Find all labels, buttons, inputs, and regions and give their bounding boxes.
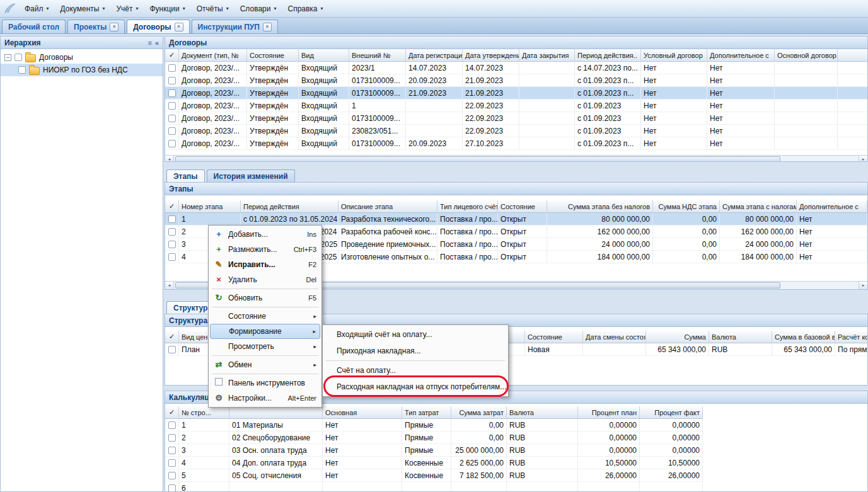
column-header[interactable]: Процент план (578, 406, 640, 419)
table-row[interactable]: Договор, 2023/...УтверждёнВходящий122.09… (165, 100, 867, 112)
column-header[interactable]: Внешний № (349, 49, 406, 62)
menu-item-delete[interactable]: ×УдалитьDel (210, 272, 320, 287)
column-header[interactable]: № стро... (179, 406, 229, 419)
menu-item-duplicate[interactable]: +Размножить...Ctrl+F3 (210, 242, 320, 257)
row-checkbox[interactable] (168, 115, 176, 122)
row-checkbox[interactable] (168, 215, 176, 223)
table-row[interactable]: 303 Осн. оплата трудаНетПрямые25 000 000… (165, 444, 703, 457)
column-header[interactable]: Сумма НДС этапа (653, 200, 720, 213)
row-checkbox[interactable] (168, 102, 176, 110)
row-checkbox[interactable] (168, 64, 176, 72)
column-header[interactable]: Дата утверждения (463, 49, 519, 62)
collapse-node-icon[interactable]: − (4, 54, 11, 61)
column-header[interactable]: Дата закрытия (519, 49, 575, 62)
row-checkbox[interactable] (168, 484, 176, 491)
row-checkbox[interactable] (168, 127, 176, 135)
column-header[interactable] (229, 406, 323, 419)
column-header[interactable]: Тип лицевого счёт (437, 200, 498, 213)
row-checkbox[interactable] (168, 89, 176, 97)
menu-item-settings[interactable]: ⚙Настройки...Alt+Enter (210, 391, 320, 406)
menu-help[interactable]: Справка▾ (282, 0, 328, 17)
menu-dictionaries[interactable]: Словари▾ (234, 0, 282, 17)
tree-item-niokr[interactable]: НИОКР по ГОЗ без НДС (1, 64, 163, 76)
submenu-item-invoice[interactable]: Счёт на оплату... (324, 362, 507, 379)
row-checkbox[interactable] (168, 459, 176, 467)
row-checkbox[interactable] (168, 346, 176, 353)
column-header[interactable]: Описание этапа (339, 200, 437, 213)
table-row[interactable]: 202 СпецоборудованиеНетПрямые0,00RUB0,00… (165, 432, 703, 444)
tab-projects[interactable]: Проекты× (67, 20, 125, 33)
menu-documents[interactable]: Документы▾ (55, 0, 111, 17)
column-header[interactable]: Документ (тип, № (179, 49, 247, 62)
tab-stages[interactable]: Этапы (166, 169, 205, 182)
column-header[interactable]: Период действия (241, 200, 339, 213)
table-row[interactable]: Договор, 2023/...УтверждёнВходящий017310… (165, 87, 867, 100)
column-header[interactable]: Состояние (498, 200, 547, 213)
column-header[interactable]: Дополнительное с (707, 49, 775, 62)
column-header[interactable]: Тип затрат (402, 406, 451, 419)
select-all-header[interactable]: ✓ (165, 200, 179, 213)
view-mode-icon[interactable]: ≡ (148, 39, 151, 47)
row-checkbox[interactable] (168, 77, 176, 84)
table-row[interactable]: Договор, 2023/...УтверждёнВходящий017310… (165, 137, 867, 150)
menu-item-generate[interactable]: Формирование▸ (210, 324, 320, 339)
column-header[interactable]: Основной договор (775, 49, 838, 62)
menu-item-refresh[interactable]: ↻ОбновитьF5 (210, 290, 320, 306)
table-row[interactable]: Договор, 2023/...УтверждёнВходящий230823… (165, 125, 867, 137)
menu-file[interactable]: Файл▾ (19, 0, 55, 17)
menu-item-state[interactable]: Состояние▸ (210, 309, 320, 324)
table-row[interactable]: Договор, 2023/...УтверждёнВходящий2023/1… (165, 62, 867, 74)
collapse-panel-icon[interactable]: « (155, 39, 159, 47)
column-header[interactable]: Дата регистрации (406, 49, 463, 62)
column-header[interactable]: Сумма этапа с налогами (720, 200, 797, 213)
submenu-item-receipt-note[interactable]: Приходная накладная... (324, 343, 507, 359)
menu-item-view[interactable]: Просмотреть▸ (210, 339, 320, 354)
column-header[interactable]: Вид (299, 49, 349, 62)
checkbox[interactable] (14, 54, 22, 61)
column-header[interactable]: Процент факт (640, 406, 703, 419)
column-header[interactable]: Состояние (247, 49, 299, 62)
row-checkbox[interactable] (168, 472, 176, 479)
menu-item-exchange[interactable]: ⇄Обмен▸ (210, 357, 320, 372)
table-row[interactable]: 505 Соц. отчисленияНетКосвенные7 182 500… (165, 469, 703, 482)
column-header[interactable]: Сумма затрат (451, 406, 507, 419)
select-all-header[interactable]: ✓ (165, 331, 179, 343)
tab-instructions[interactable]: Инструкции ПУП× (192, 20, 278, 33)
column-header[interactable]: Валюта (709, 331, 772, 343)
tab-desktop[interactable]: Рабочий стол (2, 20, 66, 33)
tab-history[interactable]: История изменений (207, 169, 295, 182)
menu-item-edit[interactable]: ✎Исправить...F2 (210, 257, 320, 272)
column-header[interactable] (838, 49, 867, 62)
column-header[interactable]: Валюта (507, 406, 578, 419)
row-checkbox[interactable] (168, 434, 176, 442)
close-icon[interactable]: × (110, 23, 119, 31)
column-header[interactable]: Дата смены состоя (583, 331, 646, 343)
select-all-header[interactable]: ✓ (165, 49, 179, 62)
table-row[interactable]: 404 Доп. оплата трудаНетКосвенные2 625 0… (165, 457, 703, 469)
row-checkbox[interactable] (168, 241, 176, 248)
table-row[interactable]: 6 (165, 482, 703, 491)
column-header[interactable]: Номер этапа (179, 200, 241, 213)
row-checkbox[interactable] (168, 228, 176, 236)
table-row[interactable]: 1с 01.09.2023 по 31.05.2024Разработка те… (165, 213, 867, 226)
menu-reports[interactable]: Отчёты▾ (191, 0, 234, 17)
column-header[interactable]: Сумма в базовой в (772, 331, 835, 343)
scroll-right-button[interactable]: ▸ (859, 282, 867, 289)
tree-item-contracts[interactable]: − Договоры (1, 51, 163, 64)
scroll-left-button[interactable]: ◂ (165, 156, 174, 162)
column-header[interactable]: Основная (323, 406, 402, 419)
scrollbar-thumb[interactable] (175, 156, 780, 162)
row-checkbox[interactable] (168, 140, 176, 147)
column-header[interactable]: Расчёт ко (835, 331, 867, 343)
tab-contracts[interactable]: Договоры× (127, 20, 189, 33)
column-header[interactable]: Дополнительное с (797, 200, 867, 213)
column-header[interactable]: Сумма (646, 331, 709, 343)
row-checkbox[interactable] (168, 447, 176, 454)
submenu-item-expense-note[interactable]: Расходная накладная на отпуск потребител… (324, 379, 507, 395)
scroll-right-button[interactable]: ▸ (859, 156, 867, 162)
table-row[interactable]: 101 МатериалыНетПрямые0,00RUB0,000000,00… (165, 419, 703, 432)
table-row[interactable]: Договор, 2023/...УтверждёнВходящий017310… (165, 74, 867, 87)
table-row[interactable]: Договор, 2023/...УтверждёнВходящий017310… (165, 112, 867, 125)
column-header[interactable]: Условный договор (641, 49, 707, 62)
column-header[interactable]: Период действия.. (575, 49, 641, 62)
